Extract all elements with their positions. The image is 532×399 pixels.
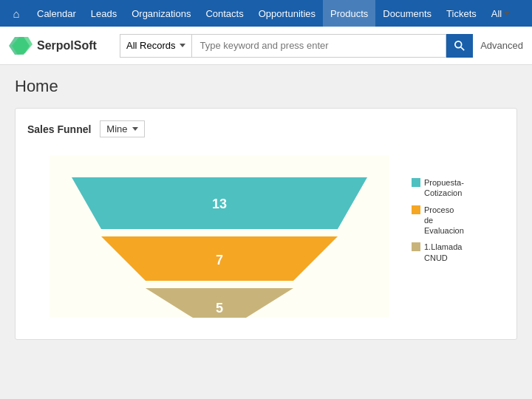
funnel-filter-dropdown[interactable]: Mine: [100, 120, 144, 137]
svg-text:7: 7: [216, 253, 223, 267]
nav-item-calendar[interactable]: Calendar: [30, 0, 83, 27]
svg-text:13: 13: [212, 197, 227, 211]
search-area: All Records: [120, 34, 473, 58]
nav-items-list: Calendar Leads Organizations Contacts Op…: [30, 0, 517, 27]
search-icon: [454, 41, 465, 51]
advanced-search-link[interactable]: Advanced: [480, 40, 523, 51]
legend-swatch-proceso: [412, 205, 420, 214]
legend-label-llamada: 1.LlamadaCNUD: [424, 242, 462, 263]
nav-item-opportunities[interactable]: Opportunities: [251, 0, 323, 27]
home-nav-button[interactable]: ⌂: [6, 3, 27, 24]
legend-swatch-propuesta: [412, 178, 420, 187]
legend-swatch-llamada: [412, 242, 420, 251]
page-title: Home: [15, 77, 517, 96]
svg-line-3: [461, 47, 464, 50]
nav-all-chevron-icon: [504, 12, 510, 16]
nav-item-documents[interactable]: Documents: [375, 0, 439, 27]
search-input[interactable]: [191, 34, 446, 58]
nav-item-organizations[interactable]: Organizations: [124, 0, 198, 27]
legend-item-proceso: ProcesodeEvaluacion: [412, 205, 464, 236]
funnel-chart: 13 7 5: [42, 155, 397, 320]
svg-text:5: 5: [216, 301, 223, 316]
legend-label-propuesta: Propuesta-Cotizacion: [424, 177, 464, 199]
nav-item-contacts[interactable]: Contacts: [198, 0, 250, 27]
legend-item-llamada: 1.LlamadaCNUD: [412, 242, 464, 263]
search-button[interactable]: [446, 34, 473, 58]
funnel-filter-chevron-icon: [132, 127, 138, 131]
funnel-wrapper: 13 7 5 Propuesta-Cotizacion ProcesodeEva…: [27, 148, 505, 327]
sales-funnel-card: Sales Funnel Mine 13 7: [15, 108, 517, 340]
nav-item-leads[interactable]: Leads: [83, 0, 124, 27]
legend-item-propuesta: Propuesta-Cotizacion: [412, 177, 464, 199]
funnel-svg: 13 7 5: [42, 155, 397, 318]
sales-funnel-title: Sales Funnel: [27, 123, 91, 135]
search-records-dropdown[interactable]: All Records: [120, 34, 191, 58]
search-select-chevron-icon: [180, 44, 185, 47]
page-content: Home Sales Funnel Mine 13 7: [0, 65, 532, 352]
nav-item-tickets[interactable]: Tickets: [439, 0, 484, 27]
logo-text: SerpolSoft: [37, 39, 97, 52]
svg-point-2: [455, 41, 462, 47]
nav-item-products[interactable]: Products: [323, 0, 375, 27]
funnel-legend: Propuesta-Cotizacion ProcesodeEvaluacion…: [412, 155, 464, 263]
legend-label-proceso: ProcesodeEvaluacion: [424, 205, 464, 236]
search-select-label: All Records: [126, 40, 175, 51]
header-bar: SerpolSoft All Records Advanced: [0, 27, 532, 65]
card-header: Sales Funnel Mine: [27, 120, 505, 137]
logo-area: SerpolSoft: [9, 34, 105, 58]
nav-item-all[interactable]: All: [484, 0, 517, 27]
top-navigation: ⌂ Calendar Leads Organizations Contacts …: [0, 0, 532, 27]
funnel-filter-label: Mine: [106, 123, 127, 134]
logo-icon: [9, 34, 33, 58]
